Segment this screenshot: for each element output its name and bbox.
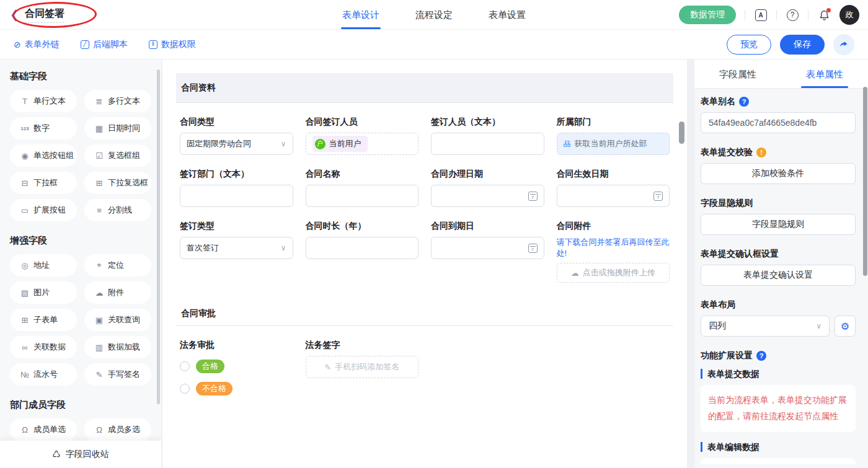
tab-form-properties[interactable]: 表单属性 [781,60,868,88]
add-validation-button[interactable]: 添加校验条件 [701,163,856,184]
dept-field-department[interactable]: 品获取当前用户所处部 [557,133,670,155]
share-button[interactable] [833,34,854,55]
layout-settings-button[interactable]: ⚙ [835,316,856,337]
sidebar-scrollbar[interactable] [157,69,160,404]
avatar[interactable]: 政 [839,5,859,25]
field-pill-multi-text[interactable]: ≣多行文本 [84,90,151,112]
form-field-sign-dept-text[interactable]: 签订部门（文本） [180,169,293,207]
form-field-effective-date[interactable]: 合同生效日期7 [557,169,670,207]
select-sign-type[interactable]: 首次签订∨ [180,237,293,259]
data-manage-button[interactable]: 数据管理 [679,6,736,24]
field-pill-radio-group[interactable]: ◉单选按钮组 [10,144,77,167]
tab-field-properties[interactable]: 字段属性 [694,60,781,88]
save-button[interactable]: 保存 [780,35,825,55]
subform-icon: ⊞ [20,316,30,325]
field-label: 合同到期日 [431,221,544,232]
form-alias-input[interactable]: 54fa49ea0c7af4665e8de4fb [701,112,856,133]
tab-form-setting[interactable]: 表单设置 [489,0,526,30]
notification-bell-icon[interactable] [817,8,831,22]
input-contract-name[interactable] [306,185,419,207]
form-field-signer-text[interactable]: 签订人员（文本） [431,117,544,155]
field-pill-number[interactable]: 123数字 [10,117,77,139]
field-pill-label: 成员多选 [108,424,140,435]
field-pill-member-multi[interactable]: Ω成员多选 [84,418,151,441]
form-field-legal-signature[interactable]: 法务签字✎手机扫码添加签名 [306,340,419,378]
preview-button[interactable]: 预览 [727,35,771,55]
field-pill-datetime[interactable]: ▦日期时间 [84,117,151,139]
date-input-expire-date[interactable]: 7 [431,237,544,259]
section-header-contract-info[interactable]: 合同资料 [176,73,673,103]
canvas-approval: 法务审批合格不合格法务签字✎手机扫码添加签名 [176,340,673,395]
form-field-expire-date[interactable]: 合同到期日7 [431,221,544,259]
field-pill-data-load[interactable]: ▥数据加载 [84,336,151,358]
field-pill-single-text[interactable]: T单行文本 [10,90,77,112]
help-icon[interactable]: ? [739,97,749,107]
data-permission-button[interactable]: ‖ 数据权限 [149,39,196,50]
form-field-duration-years[interactable]: 合同时长（年） [306,221,419,259]
form-field-row: 签订类型首次签订∨合同时长（年）合同到期日7合同附件请下载合同并签署后再回传至此… [180,221,670,283]
field-pill-image[interactable]: ▧图片 [10,281,77,304]
field-label: 所属部门 [557,117,670,128]
form-field-contract-type[interactable]: 合同类型固定期限劳动合同∨ [180,117,293,155]
current-user-tag[interactable]: 户当前用户 [312,136,368,152]
layout-select[interactable]: 四列 ∨ [701,316,830,337]
radio-option-合格[interactable]: 合格 [180,360,293,373]
form-field-contract-signer[interactable]: 合同签订人员户当前用户 [306,117,419,155]
contacts-book-icon[interactable]: A [754,8,768,22]
signature-scan-button[interactable]: ✎手机扫码添加签名 [306,356,419,378]
field-pill-multi-dropdown[interactable]: ⊞下拉复选框 [84,172,151,194]
attachment-upload-button[interactable]: ☁点击或拖拽附件上传 [557,263,670,283]
address-icon: ◎ [20,261,30,270]
form-field-contract-attachment[interactable]: 合同附件请下载合同并签署后再回传至此处!☁点击或拖拽附件上传 [557,221,670,283]
form-field-department[interactable]: 所属部门品获取当前用户所处部 [557,117,670,155]
canvas-scrollbar[interactable] [679,121,684,144]
tab-form-design[interactable]: 表单设计 [342,0,379,30]
page-title[interactable]: 合同签署 [25,7,64,23]
input-signer-text[interactable] [431,133,544,155]
select-contract-type[interactable]: 固定期限劳动合同∨ [180,133,293,155]
field-pill-checkbox-group[interactable]: ☑复选框组 [84,144,151,167]
field-pill-expand-button[interactable]: ▭扩展按钮 [10,199,77,221]
panel-scrollbar[interactable] [863,87,867,276]
attachment-hint-link[interactable]: 请下载合同并签署后再回传至此处! [557,237,670,259]
field-pill-rel-data[interactable]: ∞关联数据 [10,336,77,358]
field-pill-member-single[interactable]: Ω成员单选 [10,418,77,441]
field-pill-serial[interactable]: №流水号 [10,363,77,386]
submit-confirm-button[interactable]: 表单提交确认设置 [701,265,856,286]
usertag-field-contract-signer[interactable]: 户当前用户 [306,133,419,155]
help-icon[interactable]: ? [756,351,766,361]
field-pill-locate[interactable]: ⌖定位 [84,254,151,276]
multi-dropdown-icon: ⊞ [94,179,104,188]
external-link-button[interactable]: ⊘ 表单外链 [14,39,60,50]
field-pill-dropdown[interactable]: ⊟下拉框 [10,172,77,194]
input-sign-dept-text[interactable] [180,185,293,207]
cloud-upload-icon: ☁ [571,268,579,278]
form-field-sign-type[interactable]: 签订类型首次签订∨ [180,221,293,259]
form-field-handle-date[interactable]: 合同办理日期7 [431,169,544,207]
dropdown-icon: ⊟ [20,179,30,188]
backend-script-button[interactable]: ╱ 后端脚本 [81,39,128,50]
field-recycle-bin-button[interactable]: ♺ 字段回收站 [0,441,161,468]
visibility-rules-button[interactable]: 字段显隐规则 [701,214,856,235]
field-pill-rel-query[interactable]: ▣关联查询 [84,309,151,331]
form-field-legal-review[interactable]: 法务审批合格不合格 [180,340,293,395]
tab-flow-setting[interactable]: 流程设定 [415,0,453,30]
field-pill-divider-line[interactable]: ≡分割线 [84,199,151,221]
user-tag-label: 当前用户 [329,138,361,149]
field-pill-signature[interactable]: ✎手写签名 [84,363,151,386]
back-icon[interactable]: ❮ [10,9,19,20]
field-pill-label: 日期时间 [108,123,140,134]
field-pill-attachment[interactable]: ☁附件 [84,281,151,304]
form-canvas[interactable]: 合同资料 合同类型固定期限劳动合同∨合同签订人员户当前用户签订人员（文本）所属部… [162,60,687,468]
section-header-contract-approval[interactable]: 合同审批 [176,301,673,326]
field-pill-label: 手写签名 [108,369,140,380]
input-duration-years[interactable] [306,237,419,259]
radio-option-不合格[interactable]: 不合格 [180,382,293,395]
warning-icon[interactable]: ! [756,148,766,157]
date-input-effective-date[interactable]: 7 [557,185,670,207]
field-pill-subform[interactable]: ⊞子表单 [10,309,77,331]
help-icon[interactable]: ? [786,8,799,22]
form-field-contract-name[interactable]: 合同名称 [306,169,419,207]
field-pill-address[interactable]: ◎地址 [10,254,77,276]
date-input-handle-date[interactable]: 7 [431,185,544,207]
